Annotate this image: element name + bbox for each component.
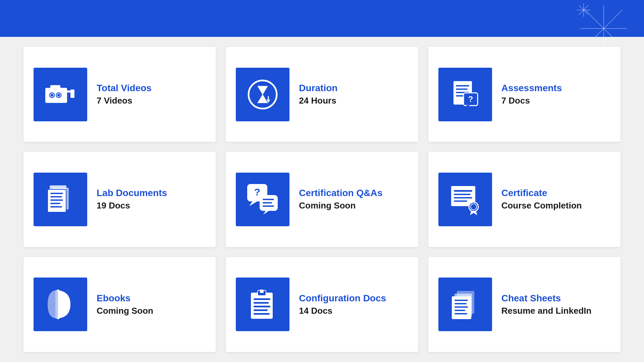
svg-rect-60: [454, 300, 468, 301]
assessments-title: Assessments: [501, 83, 562, 94]
svg-rect-28: [50, 193, 63, 194]
svg-rect-53: [254, 302, 269, 304]
svg-rect-41: [454, 194, 471, 195]
svg-rect-19: [456, 85, 469, 86]
svg-rect-54: [254, 306, 270, 307]
svg-rect-14: [70, 89, 74, 98]
svg-rect-51: [260, 290, 264, 293]
total-videos-title: Total Videos: [97, 83, 152, 94]
certificate-subtitle: Course Completion: [501, 200, 582, 211]
cheat-sheets-title: Cheat Sheets: [501, 293, 592, 304]
ebooks-subtitle: Coming Soon: [97, 306, 153, 316]
feature-card-total-videos: Total Videos7 Videos: [23, 47, 216, 142]
lab-documents-text: Lab Documents19 Docs: [97, 188, 167, 211]
duration-text: Duration24 Hours: [299, 83, 337, 106]
svg-rect-52: [254, 298, 270, 300]
svg-rect-42: [454, 197, 472, 198]
assessments-text: Assessments7 Docs: [501, 83, 562, 106]
duration-subtitle: 24 Hours: [299, 96, 337, 106]
svg-rect-20: [456, 88, 468, 90]
lab-documents-subtitle: 19 Docs: [97, 200, 167, 211]
svg-text:?: ?: [254, 186, 260, 197]
cheat-sheets-icon: [438, 278, 492, 331]
svg-rect-56: [254, 313, 270, 315]
certification-qas-subtitle: Coming Soon: [299, 200, 382, 211]
ebooks-title: Ebooks: [97, 293, 153, 304]
duration-title: Duration: [299, 83, 337, 94]
certification-qas-icon: ?: [236, 173, 289, 226]
svg-rect-62: [454, 306, 468, 308]
feature-card-ebooks: EbooksComing Soon: [23, 257, 216, 352]
configuration-docs-icon: [236, 278, 289, 331]
svg-rect-29: [50, 196, 62, 197]
feature-card-certification-qas: ? Certification Q&AsComing Soon: [226, 152, 418, 247]
certification-qas-text: Certification Q&AsComing Soon: [299, 188, 382, 211]
feature-card-configuration-docs: Configuration Docs14 Docs: [226, 257, 418, 352]
svg-point-10: [50, 94, 54, 97]
feature-card-duration: Duration24 Hours: [226, 47, 418, 142]
svg-rect-46: [55, 290, 58, 318]
svg-rect-32: [50, 206, 62, 207]
certification-qas-title: Certification Q&As: [299, 188, 382, 198]
assessments-icon: ?: [438, 68, 492, 121]
svg-rect-36: [263, 199, 274, 200]
svg-rect-55: [254, 309, 268, 311]
lab-documents-icon: [34, 173, 87, 226]
total-videos-icon: [34, 68, 87, 121]
feature-card-cheat-sheets: Cheat SheetsResume and LinkedIn: [428, 257, 621, 352]
configuration-docs-subtitle: 14 Docs: [299, 306, 386, 316]
cheat-sheets-text: Cheat SheetsResume and LinkedIn: [501, 293, 592, 316]
svg-rect-64: [454, 313, 467, 314]
svg-rect-30: [50, 199, 63, 201]
svg-point-12: [57, 94, 60, 97]
ebooks-icon: [34, 278, 87, 331]
configuration-docs-text: Configuration Docs14 Docs: [299, 293, 386, 316]
main-content: Total Videos7 Videos Duration24 Hours ? …: [0, 37, 644, 362]
svg-rect-38: [263, 205, 274, 207]
svg-rect-37: [263, 202, 272, 203]
lab-documents-title: Lab Documents: [97, 188, 167, 198]
svg-rect-61: [454, 303, 467, 304]
feature-card-certificate: CertificateCourse Completion: [428, 152, 621, 247]
total-videos-text: Total Videos7 Videos: [97, 83, 152, 106]
total-videos-subtitle: 7 Videos: [97, 96, 152, 106]
svg-rect-63: [454, 310, 465, 311]
svg-point-45: [471, 204, 477, 210]
feature-card-assessments: ? Assessments7 Docs: [428, 47, 621, 142]
svg-rect-31: [50, 203, 60, 204]
assessments-subtitle: 7 Docs: [501, 96, 562, 106]
duration-icon: [236, 68, 289, 121]
svg-point-47: [57, 290, 59, 291]
certificate-icon: [438, 173, 492, 226]
feature-card-lab-documents: Lab Documents19 Docs: [23, 152, 216, 247]
cheat-sheets-subtitle: Resume and LinkedIn: [501, 306, 592, 316]
svg-rect-15: [50, 85, 60, 88]
certificate-title: Certificate: [501, 188, 582, 198]
svg-rect-43: [454, 200, 467, 202]
certificate-text: CertificateCourse Completion: [501, 188, 582, 211]
svg-rect-40: [454, 190, 472, 192]
svg-point-48: [57, 318, 59, 319]
features-grid: Total Videos7 Videos Duration24 Hours ? …: [23, 47, 621, 352]
configuration-docs-title: Configuration Docs: [299, 293, 386, 304]
header: [0, 0, 644, 37]
ebooks-text: EbooksComing Soon: [97, 293, 153, 316]
svg-text:?: ?: [468, 95, 473, 104]
